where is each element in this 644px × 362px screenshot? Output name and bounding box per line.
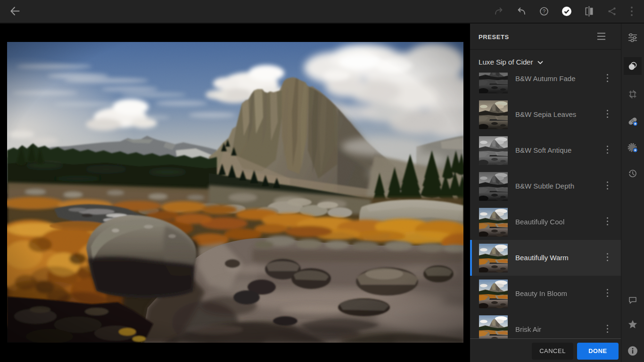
svg-text:?: ? (543, 8, 545, 14)
